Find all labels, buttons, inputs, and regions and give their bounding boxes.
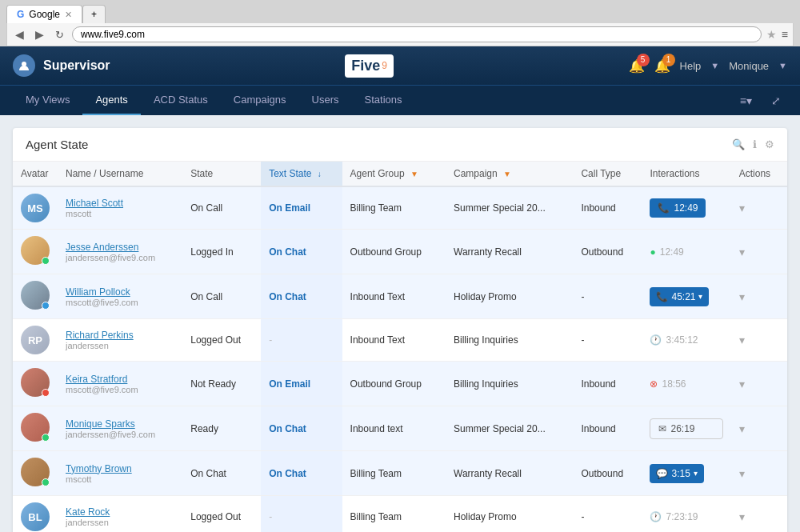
campaign-cell: Summer Special 20... — [446, 406, 573, 451]
agent-name-link[interactable]: Michael Scott — [66, 198, 174, 209]
agent-name-cell: Michael Scott mscott — [58, 186, 182, 230]
timer-display: ⊗18:56 — [650, 378, 722, 390]
row-action-btn[interactable]: ▾ — [739, 467, 745, 480]
text-state-badge: On Chat — [269, 291, 306, 302]
chat-dropdown-btn[interactable]: 💬3:15 ▾ — [650, 464, 703, 483]
user-chevron-icon: ▼ — [778, 61, 787, 70]
user-menu-btn[interactable]: Monique — [729, 60, 769, 72]
five9-sup: 9 — [382, 60, 387, 71]
table-container: Avatar Name / Username State Text State … — [13, 162, 787, 532]
agent-username: janderssen@five9.com — [66, 253, 174, 262]
col-text-state[interactable]: Text State ↓ — [261, 162, 342, 186]
info-icon[interactable]: ℹ — [753, 138, 757, 150]
agent-name-link[interactable]: Jesse Anderssen — [66, 242, 174, 253]
actions-cell: ▾ — [731, 451, 787, 496]
avatar-cell: BL — [13, 496, 58, 533]
row-action-btn[interactable]: ▾ — [739, 334, 745, 346]
active-tab[interactable]: G Google ✕ — [6, 5, 82, 23]
table-row: Tymothy Brown mscott On Chat On Chat Bil… — [13, 451, 787, 496]
refresh-btn[interactable]: ↻ — [52, 27, 67, 42]
help-btn[interactable]: Help — [680, 60, 702, 72]
avatar-cell: RP — [13, 319, 58, 362]
actions-cell: ▾ — [731, 230, 787, 274]
tab-campaigns[interactable]: Campaigns — [221, 86, 299, 115]
agent-name-link[interactable]: Kate Rock — [66, 506, 174, 518]
header-right: 🔔 5 🔔 1 Help ▼ Monique ▼ — [629, 58, 787, 74]
agent-name-link[interactable]: Monique Sparks — [66, 418, 174, 430]
chevron-down-icon: ▾ — [698, 292, 702, 301]
text-state-badge: On Email — [269, 378, 310, 390]
avatar-cell — [13, 406, 58, 451]
interactions-cell: 🕐3:45:12 — [642, 319, 730, 362]
alert-count-badge: 1 — [662, 54, 675, 66]
browser-menu-icon[interactable]: ≡ — [782, 28, 788, 41]
interactions-cell: ✉26:19 — [642, 406, 730, 451]
agent-name-cell: Richard Perkins janderssen — [58, 319, 182, 362]
col-interactions: Interactions — [642, 162, 730, 186]
col-actions: Actions — [731, 162, 787, 186]
agent-name-link[interactable]: Keira Stratford — [66, 374, 174, 385]
agent-state-card: Agent State 🔍 ℹ ⚙ Avatar Name / Username… — [13, 128, 787, 532]
tab-users[interactable]: Users — [299, 86, 352, 115]
call-type-cell: - — [573, 496, 642, 533]
col-agent-group[interactable]: Agent Group ▼ — [342, 162, 446, 186]
new-tab-btn[interactable]: + — [82, 5, 106, 23]
col-name[interactable]: Name / Username — [58, 162, 182, 186]
search-icon[interactable]: 🔍 — [732, 138, 745, 150]
address-bar[interactable] — [72, 26, 762, 42]
text-state-cell: On Chat — [261, 230, 342, 274]
row-action-btn[interactable]: ▾ — [739, 378, 745, 390]
row-action-btn[interactable]: ▾ — [739, 246, 745, 258]
green-circle-icon: ● — [650, 246, 655, 258]
header-logo-section: Supervisor — [13, 54, 110, 77]
back-btn[interactable]: ◀ — [12, 26, 27, 42]
tab-agents[interactable]: Agents — [82, 86, 140, 115]
text-state-cell: On Email — [261, 186, 342, 230]
row-action-btn[interactable]: ▾ — [739, 422, 745, 435]
interactions-cell: ●12:49 — [642, 230, 730, 274]
call-dropdown-btn[interactable]: 📞45:21 ▾ — [650, 287, 709, 306]
interactions-cell: 🕐7:23:19 — [642, 496, 730, 533]
agent-group-cell: Billing Team — [342, 451, 446, 496]
state-cell: Logged Out — [182, 319, 261, 362]
row-action-btn[interactable]: ▾ — [739, 290, 745, 303]
agent-name-link[interactable]: Richard Perkins — [66, 330, 174, 341]
avatar-cell — [13, 230, 58, 274]
avatar: RP — [21, 326, 50, 354]
agent-username: janderssen — [66, 341, 174, 350]
app-role-label: Supervisor — [43, 58, 110, 73]
call-interaction-btn[interactable]: 📞12:49 — [650, 198, 706, 218]
state-cell: On Call — [182, 274, 261, 319]
bookmark-icon[interactable]: ★ — [766, 28, 777, 41]
tab-acd-status[interactable]: ACD Status — [141, 86, 221, 115]
settings-icon[interactable]: ⚙ — [765, 138, 774, 150]
forward-btn[interactable]: ▶ — [32, 26, 47, 42]
avatar — [21, 368, 50, 397]
nav-right-actions: ≡▾ ⤢ — [734, 88, 787, 114]
col-campaign[interactable]: Campaign ▼ — [446, 162, 573, 186]
agent-name-cell: Keira Stratford mscott@five9.com — [58, 362, 182, 406]
notification-bell-btn[interactable]: 🔔 5 — [629, 58, 645, 74]
row-action-btn[interactable]: ▾ — [739, 202, 745, 214]
row-action-btn[interactable]: ▾ — [739, 510, 745, 523]
tab-close-btn[interactable]: ✕ — [65, 10, 72, 20]
notification-count-badge: 5 — [637, 54, 650, 66]
tab-my-views[interactable]: My Views — [13, 86, 82, 115]
col-call-type[interactable]: Call Type — [573, 162, 642, 186]
actions-cell: ▾ — [731, 186, 787, 230]
clock-icon: 🕐 — [650, 511, 662, 522]
browser-tabs: G Google ✕ + — [6, 5, 794, 23]
agent-group-cell: Billing Team — [342, 496, 446, 533]
agent-group-cell: Billing Team — [342, 186, 446, 230]
agent-name-link[interactable]: William Pollock — [66, 286, 174, 298]
table-row: RP Richard Perkins janderssen Logged Out… — [13, 319, 787, 362]
call-type-cell: - — [573, 319, 642, 362]
tab-stations[interactable]: Stations — [352, 86, 415, 115]
avatar — [21, 236, 50, 265]
alert-btn[interactable]: 🔔 1 — [654, 58, 670, 74]
col-state[interactable]: State — [182, 162, 261, 186]
layout-options-btn[interactable]: ≡▾ — [734, 88, 758, 114]
expand-btn[interactable]: ⤢ — [765, 88, 787, 114]
actions-cell: ▾ — [731, 496, 787, 533]
agent-name-link[interactable]: Tymothy Brown — [66, 463, 174, 474]
